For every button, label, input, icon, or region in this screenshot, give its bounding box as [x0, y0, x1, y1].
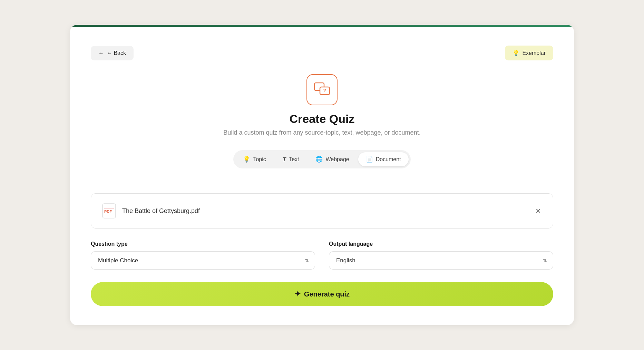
tab-text[interactable]: T Text: [275, 152, 307, 166]
sparkle-icon: ✦: [294, 290, 301, 299]
output-language-select-wrapper: English Spanish French German ⇅: [329, 251, 553, 270]
tab-text-label: Text: [289, 156, 299, 163]
topic-icon: 💡: [243, 156, 250, 163]
document-icon: 📄: [366, 156, 373, 163]
question-type-select[interactable]: Multiple Choice True/False Short Answer: [91, 251, 315, 270]
tab-topic[interactable]: 💡 Topic: [235, 152, 273, 166]
file-upload-area: PDF The Battle of Gettysburg.pdf ✕: [91, 193, 553, 229]
text-icon: T: [283, 156, 286, 163]
tab-webpage-label: Webpage: [325, 156, 349, 163]
generate-quiz-button[interactable]: ✦ Generate quiz: [91, 282, 553, 306]
tab-document[interactable]: 📄 Document: [358, 152, 409, 166]
tab-webpage[interactable]: 🌐 Webpage: [308, 152, 357, 166]
center-section: ? Create Quiz Build a custom quiz from a…: [91, 74, 553, 136]
quiz-icon-container-main: ?: [306, 74, 338, 105]
question-type-label: Question type: [91, 241, 315, 247]
generate-quiz-label: Generate quiz: [304, 290, 350, 298]
output-language-group: Output language English Spanish French G…: [329, 241, 553, 270]
output-language-select[interactable]: English Spanish French German: [329, 251, 553, 270]
page-title: Create Quiz: [290, 112, 355, 126]
exemplar-label: Exemplar: [522, 50, 546, 56]
back-button[interactable]: ← ← Back: [91, 46, 134, 60]
main-card: ← ← Back 💡 Exemplar ? Create Quiz Build …: [70, 25, 574, 325]
tab-topic-label: Topic: [253, 156, 266, 163]
tab-document-label: Document: [376, 156, 401, 163]
exemplar-button[interactable]: 💡 Exemplar: [505, 46, 553, 60]
svg-text:?: ?: [323, 88, 326, 93]
webpage-icon: 🌐: [315, 156, 323, 163]
pdf-icon: PDF: [101, 203, 117, 218]
close-icon: ✕: [535, 207, 541, 215]
back-label: ← Back: [107, 50, 126, 56]
quiz-svg-icon: ?: [313, 81, 331, 99]
svg-text:PDF: PDF: [104, 210, 112, 214]
question-type-group: Question type Multiple Choice True/False…: [91, 241, 315, 270]
bulb-icon: 💡: [513, 50, 519, 56]
file-info: PDF The Battle of Gettysburg.pdf: [101, 203, 200, 218]
output-language-label: Output language: [329, 241, 553, 247]
question-type-select-wrapper: Multiple Choice True/False Short Answer …: [91, 251, 315, 270]
top-bar-line: [70, 25, 574, 27]
header-row: ← ← Back 💡 Exemplar: [91, 46, 553, 60]
page-subtitle: Build a custom quiz from any source-topi…: [223, 129, 420, 136]
remove-file-button[interactable]: ✕: [534, 206, 543, 216]
file-name: The Battle of Gettysburg.pdf: [122, 207, 200, 215]
back-arrow-icon: ←: [98, 50, 104, 56]
options-row: Question type Multiple Choice True/False…: [91, 241, 553, 270]
tab-bar: 💡 Topic T Text 🌐 Webpage 📄 Document: [233, 150, 410, 168]
